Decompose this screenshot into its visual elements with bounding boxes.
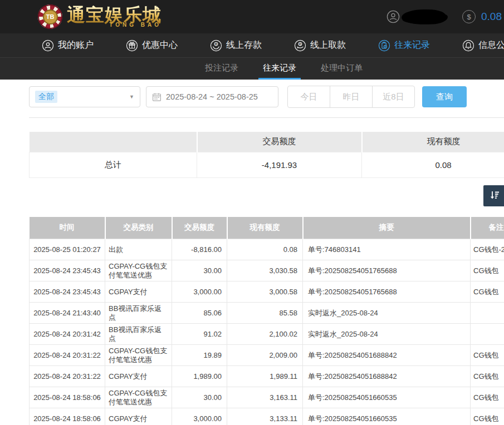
table-row: 2025-08-25 01:20:27 出款 -8,816.00 0.08 单号…	[30, 239, 504, 260]
col-header-summary: 摘要	[303, 217, 471, 239]
summary-header-row: 交易额度 现有额度	[30, 132, 504, 152]
cell-summary: 单号:202508254051660535	[303, 408, 471, 425]
username-redaction	[402, 9, 446, 25]
cell-type: BB视讯百家乐返点	[105, 303, 172, 324]
bell-icon	[462, 39, 474, 52]
user-icon[interactable]	[386, 10, 400, 23]
table-row: 2025-08-24 21:43:40 BB视讯百家乐返点 85.06 85.5…	[30, 303, 504, 324]
cell-note	[471, 303, 504, 324]
table-row: 2025-08-24 18:58:06 CGPAY-CG钱包支付笔笔送优惠 30…	[30, 387, 504, 408]
balance-amount: 0.08	[481, 11, 502, 23]
content-area: 全部 ▼ 2025-08-24 ~ 2025-08-25 今日 昨日 近8日 查	[0, 86, 504, 425]
nav-item-my-account[interactable]: 我的账户	[42, 39, 94, 52]
site-logo[interactable]: TB 通宝娱乐城 TONG BAO	[38, 4, 162, 29]
page: TB 通宝娱乐城 TONG BAO $ 0.08 F	[0, 0, 504, 425]
cell-balance: 1,989.11	[227, 366, 303, 387]
cell-type: CGPAY-CG钱包支付笔笔送优惠	[105, 260, 172, 281]
nav-label: 优惠中心	[142, 39, 178, 51]
records-table: 时间 交易类别 交易额度 现有额度 摘要 备注 2025-08-25 01:20…	[29, 217, 504, 425]
cell-summary: 实时返水_2025-08-24	[303, 324, 471, 345]
cell-type: CGPAY支付	[105, 366, 172, 387]
nav-item-withdraw[interactable]: $ 线上取款	[294, 39, 346, 52]
tab-transaction-records[interactable]: 往来记录	[258, 58, 301, 80]
cell-type: BB视讯百家乐返点	[105, 324, 172, 345]
search-button[interactable]: 查询	[422, 86, 467, 107]
cell-note: CG钱包	[471, 345, 504, 366]
table-row: 2025-08-24 20:31:22 CGPAY支付 1,989.00 1,9…	[30, 366, 504, 387]
cell-amount: 3,000.00	[172, 281, 227, 303]
cell-note: CG钱包	[471, 281, 504, 303]
col-header-balance: 现有额度	[227, 217, 303, 239]
cell-amount: -8,816.00	[172, 239, 227, 260]
cell-amount: 91.02	[172, 324, 227, 345]
svg-text:$: $	[300, 42, 301, 45]
sort-button[interactable]	[483, 185, 504, 206]
table-row: 2025-08-24 23:45:43 CGPAY支付 3,000.00 3,0…	[30, 281, 504, 303]
nav-label: 往来记录	[394, 39, 430, 51]
cell-summary: 单号:202508254051765688	[303, 281, 471, 303]
cell-amount: 30.00	[172, 260, 227, 281]
record-subtabs: 投注记录 往来记录 处理中订单	[0, 57, 504, 80]
filter-row: 全部 ▼ 2025-08-24 ~ 2025-08-25 今日 昨日 近8日 查	[29, 86, 504, 108]
table-row: 2025-08-24 23:45:43 CGPAY-CG钱包支付笔笔送优惠 30…	[30, 260, 504, 281]
nav-item-promotions[interactable]: 优惠中心	[126, 39, 178, 52]
cell-summary: 单号:202508254051688842	[303, 345, 471, 366]
tab-bet-records[interactable]: 投注记录	[200, 58, 243, 80]
svg-text:¥: ¥	[216, 42, 217, 45]
summary-balance-total: 0.08	[362, 152, 504, 177]
cell-balance: 2,009.00	[227, 345, 303, 366]
cell-balance: 3,163.11	[227, 387, 303, 408]
currency-icon: $	[462, 10, 476, 23]
yesterday-button[interactable]: 昨日	[330, 86, 373, 108]
cell-note: CG钱包	[471, 366, 504, 387]
today-button[interactable]: 今日	[287, 86, 330, 108]
table-row: 2025-08-24 20:31:42 BB视讯百家乐返点 91.02 2,10…	[30, 324, 504, 345]
date-range-input[interactable]: 2025-08-24 ~ 2025-08-25	[146, 86, 278, 107]
type-select[interactable]: 全部 ▼	[29, 86, 140, 107]
poker-chip-icon: TB	[38, 4, 62, 29]
nav-item-transaction-records[interactable]: 往来记录	[378, 39, 430, 52]
cell-balance: 85.58	[227, 303, 303, 324]
tab-pending-orders[interactable]: 处理中订单	[316, 58, 367, 80]
cell-note: CG钱包	[471, 260, 504, 281]
cell-time: 2025-08-24 23:45:43	[30, 260, 105, 281]
summary-header-empty	[30, 132, 197, 152]
cell-summary: 单号:746803141	[303, 239, 471, 260]
date-range-value: 2025-08-24 ~ 2025-08-25	[166, 92, 258, 101]
gift-icon	[126, 39, 138, 52]
table-row: 2025-08-24 18:58:06 CGPAY支付 3,000.00 3,1…	[30, 408, 504, 425]
cell-balance: 3,133.11	[227, 408, 303, 425]
cell-balance: 3,000.58	[227, 281, 303, 303]
cell-type: 出款	[105, 239, 172, 260]
col-header-time: 时间	[30, 217, 105, 239]
nav-item-announcements[interactable]: 信息公告	[462, 39, 504, 52]
type-select-value: 全部	[35, 91, 57, 103]
cell-amount: 19.89	[172, 345, 227, 366]
withdraw-icon: $	[294, 39, 306, 52]
col-header-note: 备注	[471, 217, 504, 239]
topbar-account-area: $ 0.08 F	[386, 0, 504, 33]
last-8-days-button[interactable]: 近8日	[372, 86, 415, 108]
col-header-amount: 交易额度	[172, 217, 227, 239]
nav-item-deposit[interactable]: ¥ 线上存款	[210, 39, 262, 52]
cell-time: 2025-08-24 20:31:42	[30, 324, 105, 345]
cell-time: 2025-08-24 23:45:43	[30, 281, 105, 303]
summary-transaction-total: -4,191.93	[197, 152, 362, 177]
col-header-type: 交易类别	[105, 217, 172, 239]
topbar: TB 通宝娱乐城 TONG BAO $ 0.08 F	[0, 0, 504, 33]
cell-note: CG钱包	[471, 387, 504, 408]
chevron-down-icon: ▼	[129, 94, 134, 100]
cell-summary: 单号:202508254051765688	[303, 260, 471, 281]
main-nav: 我的账户 优惠中心 ¥ 线上存款	[0, 33, 504, 57]
account-icon	[42, 39, 54, 52]
summary-total-label: 总计	[30, 152, 197, 177]
cell-time: 2025-08-24 20:31:22	[30, 345, 105, 366]
sort-descending-icon	[488, 190, 501, 202]
cell-note	[471, 324, 504, 345]
quick-date-buttons: 今日 昨日 近8日	[287, 86, 415, 108]
summary-header-transaction: 交易额度	[197, 132, 362, 152]
cell-time: 2025-08-24 18:58:06	[30, 408, 105, 425]
cell-summary: 单号:202508254051660535	[303, 387, 471, 408]
nav-label: 信息公告	[478, 39, 504, 51]
cell-type: CGPAY支付	[105, 281, 172, 303]
